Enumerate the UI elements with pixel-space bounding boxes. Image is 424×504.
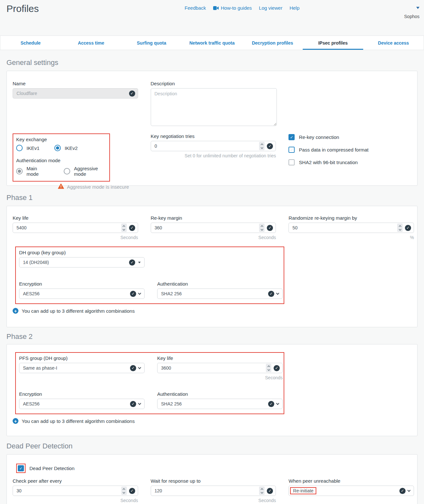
tab-device-access[interactable]: Device access bbox=[363, 36, 424, 50]
feedback-link[interactable]: Feedback bbox=[185, 5, 206, 11]
when-unreachable-select[interactable]: Re-initiate ✓ bbox=[288, 486, 414, 496]
compressed-format-checkbox-row[interactable]: ✓ Pass data in compressed format bbox=[288, 147, 414, 153]
account-selector[interactable] bbox=[307, 5, 419, 11]
number-stepper[interactable] bbox=[397, 224, 403, 232]
unit-label: Seconds bbox=[13, 498, 138, 503]
add-combination-icon[interactable]: + bbox=[13, 418, 18, 424]
radio-ikev1[interactable] bbox=[16, 145, 23, 151]
sha2-truncation-checkbox-row[interactable]: ✓ SHA2 with 96-bit truncation bbox=[288, 159, 414, 165]
key-life-input[interactable]: 5400 ✓ bbox=[13, 223, 138, 233]
tab-ipsec-profiles[interactable]: IPsec profiles bbox=[303, 36, 363, 50]
rekey-margin-label: Re-key margin bbox=[151, 215, 276, 221]
dpd-toggle-label: Dead Peer Detection bbox=[29, 466, 74, 471]
unit-label: % bbox=[288, 235, 414, 240]
valid-check-icon: ✓ bbox=[399, 488, 406, 494]
dropdown-caret-icon bbox=[138, 262, 141, 265]
valid-check-icon: ✓ bbox=[130, 291, 136, 297]
phase2-panel: PFS group (DH group) Same as phase-I ✓ K… bbox=[6, 344, 418, 436]
authentication-label: Authentication bbox=[157, 391, 283, 397]
phase2-encryption-select[interactable]: AES256 ✓ bbox=[19, 399, 145, 409]
encryption-label: Encryption bbox=[19, 281, 145, 287]
randomize-margin-input[interactable]: 50 ✓ bbox=[288, 223, 414, 233]
topbar: Profiles Feedback How-to guides Log view… bbox=[0, 0, 424, 36]
rekey-margin-input[interactable]: 360 ✓ bbox=[151, 223, 276, 233]
wait-response-input[interactable]: 120 ✓ bbox=[151, 486, 276, 496]
general-settings-heading: General settings bbox=[6, 58, 424, 67]
dpd-heading: Dead Peer Detection bbox=[6, 442, 424, 450]
help-link[interactable]: Help bbox=[289, 5, 299, 11]
phase2-add-note: You can add up to 3 different algorithm … bbox=[22, 418, 135, 424]
brand-label: Sophos bbox=[404, 14, 419, 19]
number-stepper[interactable] bbox=[259, 224, 265, 232]
description-input[interactable] bbox=[151, 88, 277, 126]
compressed-format-checkbox[interactable]: ✓ bbox=[288, 147, 295, 153]
chevron-down-icon bbox=[408, 489, 411, 492]
check-peer-input[interactable]: 30 ✓ bbox=[13, 486, 138, 496]
radio-ikev2-label: IKEv2 bbox=[65, 145, 78, 151]
warning-triangle-icon bbox=[58, 184, 64, 190]
key-life-label: Key life bbox=[157, 355, 283, 361]
number-stepper[interactable] bbox=[121, 487, 127, 495]
radio-aggressive-mode[interactable] bbox=[64, 168, 70, 174]
radio-main-mode[interactable] bbox=[16, 168, 23, 174]
add-combination-icon[interactable]: + bbox=[13, 308, 18, 314]
valid-check-icon: ✓ bbox=[129, 90, 135, 97]
phase2-authentication-field: Authentication SHA2 256 ✓ bbox=[157, 391, 283, 409]
number-stepper[interactable] bbox=[121, 224, 127, 232]
randomize-margin-field: Randomize re-keying margin by 50 ✓ % bbox=[288, 215, 414, 240]
input-value: 360 bbox=[155, 225, 259, 230]
tab-network-traffic-quota[interactable]: Network traffic quota bbox=[182, 36, 242, 50]
select-value: SHA2 256 bbox=[161, 291, 268, 296]
description-label: Description bbox=[151, 81, 276, 86]
unit-label: Seconds bbox=[157, 375, 283, 380]
phase1-encryption-select[interactable]: AES256 ✓ bbox=[19, 289, 145, 299]
sha2-truncation-label: SHA2 with 96-bit truncation bbox=[299, 160, 358, 165]
log-viewer-link[interactable]: Log viewer bbox=[259, 5, 283, 11]
video-camera-icon bbox=[213, 6, 219, 10]
page-title: Profiles bbox=[6, 3, 39, 14]
phase1-authentication-select[interactable]: SHA2 256 ✓ bbox=[157, 289, 283, 299]
dh-group-label: DH group (key group) bbox=[19, 250, 145, 255]
howto-guides-link[interactable]: How-to guides bbox=[213, 5, 252, 11]
tab-surfing-quota[interactable]: Surfing quota bbox=[121, 36, 182, 50]
pfs-group-select[interactable]: Same as phase-I ✓ bbox=[19, 363, 145, 373]
general-settings-panel: Name Cloudflare ✓ Description Key exchan… bbox=[6, 71, 418, 186]
rekey-connection-checkbox-row[interactable]: ✓ Re-key connection bbox=[288, 134, 414, 140]
chevron-down-icon bbox=[138, 402, 141, 405]
when-unreachable-label: When peer unreachable bbox=[288, 478, 414, 484]
encryption-label: Encryption bbox=[19, 391, 145, 397]
select-value: 14 (DH2048) bbox=[23, 260, 129, 265]
tab-schedule[interactable]: Schedule bbox=[0, 36, 61, 50]
dh-group-select[interactable]: 14 (DH2048) ✓ bbox=[19, 257, 145, 268]
rekey-connection-checkbox[interactable]: ✓ bbox=[288, 134, 295, 140]
valid-check-icon: ✓ bbox=[268, 401, 274, 407]
chevron-down-icon bbox=[138, 366, 141, 369]
radio-ikev1-label: IKEv1 bbox=[27, 145, 39, 151]
dpd-checkbox[interactable]: ✓ bbox=[18, 465, 24, 471]
phase2-authentication-select[interactable]: SHA2 256 ✓ bbox=[157, 399, 283, 409]
sha2-truncation-checkbox[interactable]: ✓ bbox=[288, 159, 295, 165]
phase2-heading: Phase 2 bbox=[6, 332, 424, 341]
valid-check-icon: ✓ bbox=[130, 401, 136, 407]
number-stepper[interactable] bbox=[266, 364, 271, 372]
chevron-down-icon[interactable] bbox=[416, 7, 419, 11]
select-value: Same as phase-I bbox=[23, 365, 130, 371]
dpd-checkbox-annotation-box: ✓ bbox=[16, 464, 26, 473]
tab-decryption-profiles[interactable]: Decryption profiles bbox=[242, 36, 303, 50]
tab-access-time[interactable]: Access time bbox=[61, 36, 121, 50]
rekey-connection-label: Re-key connection bbox=[299, 134, 339, 140]
input-value: 5400 bbox=[16, 225, 121, 230]
name-input: Cloudflare ✓ bbox=[13, 88, 138, 99]
key-life-label: Key life bbox=[13, 215, 138, 221]
radio-aggressive-mode-label: Aggressive mode bbox=[74, 166, 109, 177]
number-stepper[interactable] bbox=[259, 487, 265, 495]
pfs-group-label: PFS group (DH group) bbox=[19, 355, 145, 361]
valid-check-icon: ✓ bbox=[129, 259, 135, 266]
rekey-margin-field: Re-key margin 360 ✓ Seconds bbox=[151, 215, 276, 240]
key-exchange-block: Key exchange IKEv1 IKEv2 Authentication … bbox=[13, 127, 138, 190]
phase2-key-life-field: Key life 3600 ✓ Seconds bbox=[157, 355, 283, 380]
key-negotiation-input[interactable]: 0 ✓ bbox=[151, 141, 276, 151]
radio-ikev2[interactable] bbox=[54, 145, 61, 151]
number-stepper[interactable] bbox=[259, 142, 265, 150]
phase2-key-life-input[interactable]: 3600 ✓ bbox=[157, 363, 283, 373]
